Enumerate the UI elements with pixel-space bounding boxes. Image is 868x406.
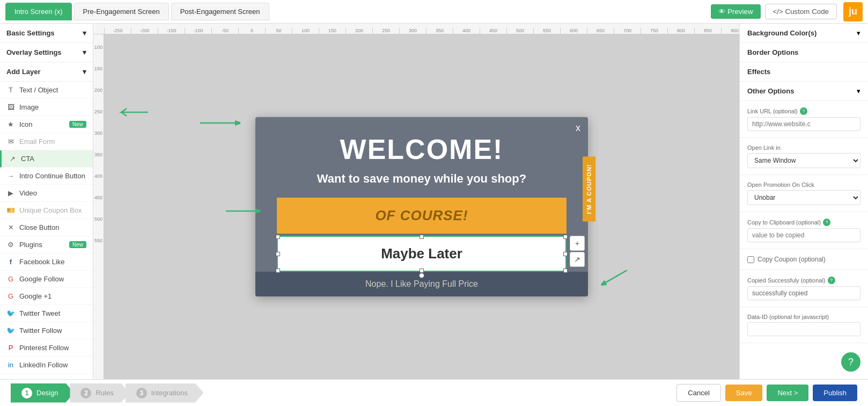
sidebar-item-facebook-like[interactable]: f Facebook Like [0, 253, 93, 271]
step-design[interactable]: 1 Design [11, 383, 74, 403]
open-link-section: Open Link in Same Window New Window [740, 138, 868, 175]
next-button[interactable]: Next > [767, 385, 808, 401]
sidebar-item-image[interactable]: 🖼 Image [0, 99, 93, 116]
popup-cta-button[interactable]: OF COURSE! [277, 198, 567, 234]
basic-settings-section: Basic Settings ▾ [0, 24, 93, 43]
handle-tm[interactable] [420, 235, 424, 239]
new-badge-plugins: New [69, 241, 86, 248]
preview-button[interactable]: 👁 Preview [711, 4, 760, 19]
cancel-button[interactable]: Cancel [676, 384, 720, 402]
tab-post-engagement[interactable]: Post-Engagement Screen [171, 3, 269, 20]
right-sidebar: Background Color(s) ▾ Border Options Eff… [739, 24, 868, 379]
add-layer-header[interactable]: Add Layer ▾ [0, 62, 93, 81]
vertical-ruler: 100 150 200 250 300 350 400 450 500 550 [93, 34, 104, 379]
arrow-right-icon: → [6, 172, 15, 180]
image-icon: 🖼 [6, 103, 15, 111]
chevron-down-icon: ▾ [857, 87, 860, 95]
sidebar-item-pinterest-follow[interactable]: P Pinterest Follow [0, 339, 93, 357]
close-icon: ✕ [6, 223, 15, 231]
handle-tr[interactable] [563, 235, 568, 239]
twitter-follow-icon: 🐦 [6, 327, 15, 335]
step-integrations[interactable]: 3 Integrations [126, 383, 204, 403]
copy-coupon-checkbox[interactable] [747, 256, 754, 263]
copied-success-label: Copied Successfuly (optional) ? [747, 277, 860, 284]
arrow-annotation-3 [597, 260, 633, 292]
popup-close-button[interactable]: x [576, 122, 580, 134]
open-promo-select[interactable]: Unobar None [747, 190, 860, 205]
handle-bm[interactable] [420, 269, 424, 273]
left-sidebar: Basic Settings ▾ Overlay Settings ▾ Add … [0, 24, 93, 379]
popup-title: WELCOME! [277, 133, 567, 165]
link-url-label: Link URL (optional) ? [747, 107, 860, 115]
sidebar-item-twitter-tweet[interactable]: 🐦 Twitter Tweet [0, 305, 93, 322]
effects-header[interactable]: Effects [740, 62, 868, 82]
text-icon: T [6, 86, 15, 94]
sidebar-item-close-button[interactable]: ✕ Close Button [0, 219, 93, 236]
tab-intro[interactable]: Intro Screen (x) [5, 3, 72, 20]
sidebar-item-unique-coupon[interactable]: 🎫 Unique Coupon Box [0, 202, 93, 219]
step-rules[interactable]: 2 Rules [70, 383, 129, 403]
copied-success-help-icon[interactable]: ? [828, 277, 835, 284]
move-action-button[interactable]: + [570, 236, 585, 251]
handle-bl[interactable] [276, 269, 280, 273]
sidebar-item-linkedin-follow[interactable]: in LinkedIn Follow [0, 357, 93, 374]
save-button[interactable]: Save [725, 385, 763, 401]
plugin-icon: ⚙ [6, 241, 15, 249]
sidebar-item-icon[interactable]: ★ Icon New [0, 116, 93, 133]
sidebar-item-video[interactable]: ▶ Video [0, 185, 93, 202]
edit-action-button[interactable]: ↗ [570, 252, 585, 267]
maybe-later-text: Maybe Later [299, 245, 544, 262]
sidebar-item-twitter-follow[interactable]: 🐦 Twitter Follow [0, 322, 93, 339]
sidebar-item-cta[interactable]: ↗ CTA [0, 150, 93, 168]
maybe-later-section: Maybe Later + ↗ [255, 234, 588, 272]
border-options-header[interactable]: Border Options [740, 43, 868, 62]
add-layer-section: Add Layer ▾ [0, 62, 93, 82]
popup-cta-section: OF COURSE! [255, 198, 588, 234]
background-color-header[interactable]: Background Color(s) ▾ [740, 24, 868, 43]
open-link-select[interactable]: Same Window New Window [747, 153, 860, 168]
overlay-settings-header[interactable]: Overlay Settings ▾ [0, 43, 93, 62]
maybe-later-selection-box[interactable]: Maybe Later + ↗ [277, 236, 567, 272]
sidebar-item-google-follow[interactable]: G Google Follow [0, 271, 93, 288]
linkedin-icon: in [6, 361, 15, 369]
sidebar-item-google-plus[interactable]: G Google +1 [0, 288, 93, 305]
chevron-down-icon: ▾ [83, 29, 86, 37]
open-link-label: Open Link in [747, 144, 860, 151]
copy-clipboard-section: Copy to Clipboard (optional) ? [740, 212, 868, 249]
handle-mr[interactable] [563, 252, 568, 256]
copy-value-input[interactable] [747, 228, 860, 242]
handle-ml[interactable] [276, 252, 280, 256]
arrow-annotation-sidebar [197, 115, 240, 133]
copy-clipboard-help-icon[interactable]: ? [823, 219, 830, 226]
chevron-down-icon: ▾ [857, 29, 860, 37]
cta-icon: ↗ [8, 155, 17, 163]
handle-tl[interactable] [276, 235, 280, 239]
sidebar-item-intro-continue[interactable]: → Intro Continue Button [0, 168, 93, 185]
other-options-header[interactable]: Other Options ▾ [740, 82, 868, 101]
popup-subtitle: Want to save money while you shop? [277, 171, 567, 187]
new-badge: New [69, 121, 86, 128]
copy-clipboard-label: Copy to Clipboard (optional) ? [747, 219, 860, 226]
sidebar-item-text-object[interactable]: T Text / Object [0, 82, 93, 99]
popup-footer-text: Nope. I Like Paying Full Price [277, 279, 567, 289]
copy-coupon-section: Copy Coupon (optional) [740, 249, 868, 270]
link-url-input[interactable] [747, 117, 860, 131]
basic-settings-header[interactable]: Basic Settings ▾ [0, 24, 93, 42]
publish-button[interactable]: Publish [813, 385, 857, 401]
progress-steps: 1 Design 2 Rules 3 Integrations [11, 383, 676, 403]
data-id-input[interactable] [747, 322, 860, 336]
link-url-help-icon[interactable]: ? [800, 107, 807, 115]
sidebar-item-plugins[interactable]: ⚙ Plugins New [0, 236, 93, 253]
help-button[interactable]: ? [841, 352, 860, 372]
center-handle[interactable] [419, 273, 424, 278]
handle-br[interactable] [563, 269, 568, 273]
popup-container: x WELCOME! Want to save money while you … [255, 117, 588, 297]
tab-pre-engagement[interactable]: Pre-Engagement Screen [74, 3, 169, 20]
copied-success-input[interactable] [747, 286, 860, 300]
google-plus-icon: G [6, 292, 15, 300]
sidebar-item-linkedin-share[interactable]: in LinkedIn Share [0, 374, 93, 379]
sidebar-item-email-form[interactable]: ✉ Email Form [0, 133, 93, 150]
coupon-tab[interactable]: I'M A COUPON! [583, 156, 595, 221]
custom-code-button[interactable]: </> Custom Code [765, 4, 837, 19]
canvas-area: -250 -200 -150 -100 -50 0 50 100 150 200… [93, 24, 739, 379]
